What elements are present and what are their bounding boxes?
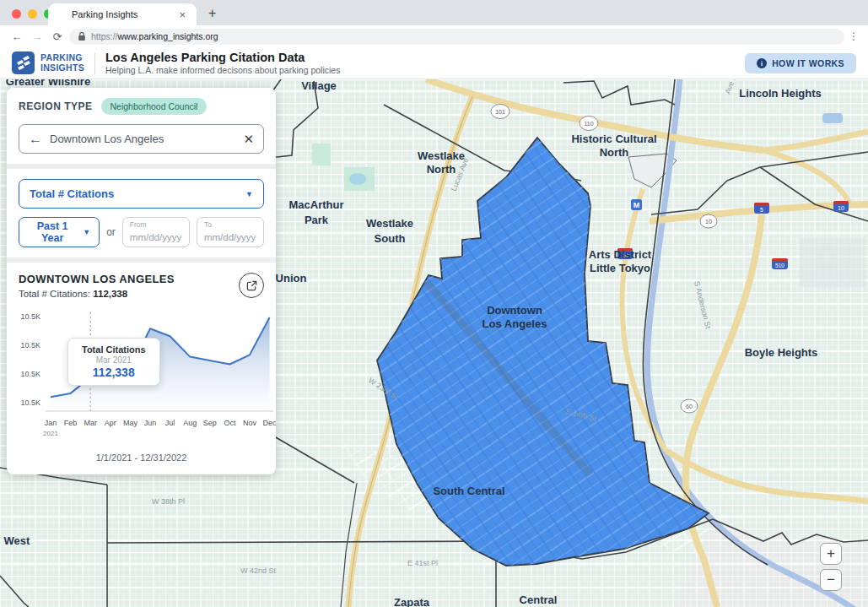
svg-text:MacArthur: MacArthur — [288, 198, 343, 211]
svg-text:W 38th Pl: W 38th Pl — [152, 497, 185, 506]
how-it-works-button[interactable]: i HOW IT WORKS — [745, 53, 856, 73]
from-date-input[interactable] — [130, 232, 182, 242]
metro-station-icon: M — [631, 199, 642, 210]
map[interactable]: M 101 110 10 60 5 10 510 10 Lucas Ave Av… — [0, 79, 868, 607]
label-greater-wilshire: Greater Wilshire — [6, 79, 90, 88]
forward-icon[interactable]: → — [29, 30, 46, 43]
label-downtown: Downtown — [487, 304, 542, 317]
label-central: Central — [520, 593, 558, 606]
stats-total: Total # Citations: 112,338 — [19, 289, 175, 299]
from-date-field[interactable]: From — [122, 217, 190, 247]
new-tab-button[interactable]: + — [208, 6, 216, 25]
y-tick: 10.5K — [19, 370, 40, 378]
region-card: REGION TYPE Neighborhood Council ← ✕ — [7, 88, 276, 164]
label-boyle-heights: Boyle Heights — [745, 346, 818, 359]
sidebar-panel: REGION TYPE Neighborhood Council ← ✕ Tot… — [7, 88, 276, 474]
label-zapata: Zapata — [394, 596, 430, 607]
svg-text:10: 10 — [705, 219, 712, 225]
svg-text:Los Angeles: Los Angeles — [483, 317, 547, 330]
y-tick: 10.5K — [19, 398, 40, 407]
zoom-out-button[interactable]: − — [820, 569, 842, 591]
x-tick-label: Mar — [84, 419, 97, 427]
filters-card: Total # Citations ▼ Past 1 Year ▼ or Fro… — [7, 169, 276, 257]
svg-text:60: 60 — [686, 404, 693, 409]
y-tick: 10.5K — [19, 341, 40, 350]
svg-text:Little Tokyo: Little Tokyo — [590, 262, 650, 274]
shield-i5: 5 — [754, 203, 769, 214]
citations-chart[interactable]: 10.5K 10.5K 10.5K 10.5K JanFebMarAprMayJ… — [19, 307, 264, 449]
label-lincoln-heights: Lincoln Heights — [739, 87, 822, 100]
time-preset-dropdown[interactable]: Past 1 Year ▼ — [19, 217, 100, 247]
x-tick-label: Jul — [165, 419, 175, 427]
x-tick-label: Oct — [224, 419, 235, 427]
label-union: Union — [276, 272, 307, 285]
x-tick-label: Jun — [144, 419, 157, 427]
to-date-input[interactable] — [204, 232, 256, 242]
to-date-field[interactable]: To — [197, 217, 264, 247]
region-type-label: REGION TYPE — [19, 100, 93, 112]
or-label: or — [106, 226, 116, 238]
address-bar[interactable]: https://www.parking_insights.org — [69, 29, 844, 45]
shield-101: 101 — [491, 105, 509, 119]
expand-chart-button[interactable] — [239, 273, 264, 298]
region-type-badge[interactable]: Neighborhood Council — [101, 98, 208, 115]
app-header: PARKINGINSIGHTS Los Angeles Parking Cita… — [0, 47, 868, 79]
info-icon: i — [757, 58, 767, 68]
svg-text:510: 510 — [775, 263, 784, 268]
stats-title: DOWNTOWN LOS ANGELES — [19, 273, 175, 285]
svg-text:Westlake: Westlake — [418, 149, 465, 162]
x-tick-label: Sep — [203, 419, 217, 427]
back-arrow-icon[interactable]: ← — [29, 132, 42, 147]
browser-toolbar: ← → ⟳ https://www.parking_insights.org ⋮ — [0, 25, 868, 47]
minimize-window-button[interactable] — [28, 9, 37, 19]
close-window-button[interactable] — [12, 9, 21, 19]
shield-10: 10 — [700, 214, 717, 228]
tab-close-icon[interactable]: × — [176, 8, 188, 21]
logo-wordmark: PARKINGINSIGHTS — [40, 53, 84, 73]
region-search-input[interactable] — [50, 133, 235, 145]
svg-text:110: 110 — [584, 121, 593, 127]
svg-text:North: North — [600, 146, 629, 159]
window-controls[interactable] — [12, 9, 53, 19]
x-tick-label: Feb — [64, 419, 78, 427]
x-tick-label: May — [123, 419, 137, 427]
svg-text:Park: Park — [305, 214, 329, 226]
x-axis-year-label: 2021 — [43, 430, 58, 437]
region-search-box[interactable]: ← ✕ — [19, 124, 264, 154]
shield-110: 110 — [580, 117, 598, 131]
x-tick-label: Jan — [45, 419, 57, 427]
label-south-central: South Central — [433, 485, 504, 497]
chevron-down-icon: ▼ — [83, 228, 90, 236]
svg-text:5: 5 — [760, 207, 763, 213]
map-zoom-controls: + − — [820, 543, 842, 591]
zoom-in-button[interactable]: + — [820, 543, 842, 565]
svg-text:E 41st Pl: E 41st Pl — [407, 559, 438, 567]
x-axis: JanFebMarAprMayJunJulAugSepOctNovDec2021 — [44, 419, 276, 444]
browser-tab[interactable]: Parking Insights × — [48, 3, 197, 25]
park-patch — [312, 144, 331, 165]
svg-text:Westlake: Westlake — [366, 217, 413, 230]
url-text: https://www.parking_insights.org — [91, 31, 218, 41]
total-citations-value: 112,338 — [93, 289, 127, 299]
shield-i510: 510 — [772, 258, 788, 269]
reload-icon[interactable]: ⟳ — [49, 30, 66, 43]
chevron-down-icon: ▼ — [245, 190, 253, 198]
browser-menu-icon[interactable]: ⋮ — [848, 35, 860, 38]
clear-search-icon[interactable]: ✕ — [243, 132, 254, 147]
stats-card: DOWNTOWN LOS ANGELES Total # Citations: … — [7, 263, 276, 474]
y-tick: 10.5K — [19, 312, 40, 321]
svg-text:North: North — [427, 163, 456, 176]
svg-text:Historic Cultural: Historic Cultural — [571, 133, 656, 145]
macarthur-lake — [349, 173, 366, 185]
external-link-icon — [246, 280, 257, 291]
svg-text:South: South — [375, 232, 406, 245]
page-subtitle: Helping L.A. make informed decisons abou… — [105, 65, 340, 75]
label-west: West — [4, 534, 30, 547]
tab-title: Parking Insights — [72, 9, 176, 19]
svg-text:10: 10 — [838, 205, 844, 211]
pond — [822, 113, 843, 123]
metric-dropdown[interactable]: Total # Citations ▼ — [19, 179, 264, 209]
lock-icon — [78, 31, 86, 41]
back-icon[interactable]: ← — [8, 30, 25, 43]
chart-date-range: 1/1/2021 - 12/31/2022 — [19, 453, 264, 464]
